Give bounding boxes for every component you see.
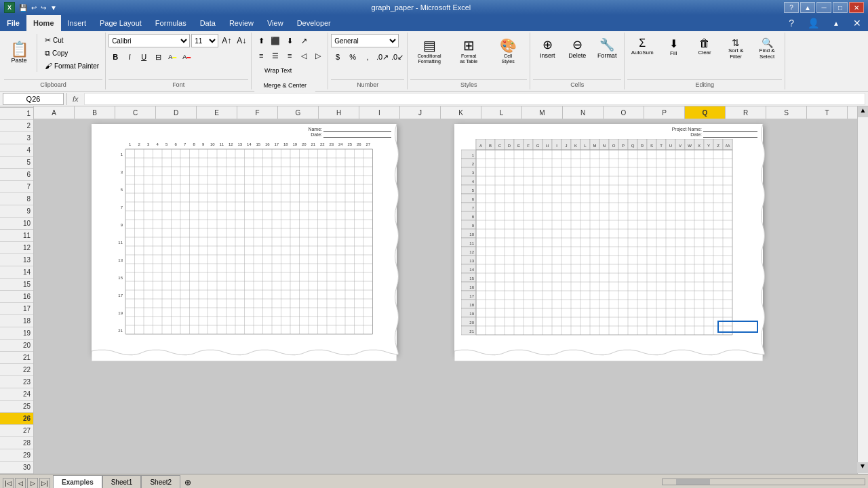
font-size-select[interactable]: 11 [191, 34, 218, 47]
row-header-12[interactable]: 12 [0, 242, 33, 254]
tab-home[interactable]: Home [26, 15, 61, 31]
tab-sheet2[interactable]: Sheet2 [141, 475, 180, 488]
tab-view[interactable]: View [260, 15, 290, 31]
help-btn[interactable]: ? [784, 2, 799, 13]
align-bottom-btn[interactable]: ⬇ [283, 34, 296, 47]
close-btn[interactable]: ✕ [849, 2, 864, 13]
row-header-4[interactable]: 4 [0, 144, 33, 157]
align-center-btn[interactable]: ☰ [269, 49, 282, 62]
tab-page-layout[interactable]: Page Layout [93, 15, 149, 31]
font-color-button[interactable]: A▬ [180, 50, 193, 64]
row-header-26[interactable]: 26 [0, 413, 33, 425]
col-header-T[interactable]: T [807, 106, 848, 119]
help-icon[interactable]: ? [782, 15, 801, 31]
col-header-U[interactable]: U [848, 106, 857, 119]
first-sheet-btn[interactable]: |◁ [3, 478, 14, 488]
last-sheet-btn[interactable]: ▷| [39, 478, 50, 488]
formula-input[interactable] [84, 93, 865, 105]
col-header-A[interactable]: A [34, 106, 75, 119]
italic-button[interactable]: I [123, 50, 136, 64]
next-sheet-btn[interactable]: ▷ [27, 478, 38, 488]
underline-button[interactable]: U [137, 50, 151, 64]
add-sheet-btn[interactable]: ⊕ [180, 476, 195, 488]
align-top-btn[interactable]: ⬆ [254, 34, 268, 47]
tab-sheet1[interactable]: Sheet1 [102, 475, 142, 488]
row-header-3[interactable]: 3 [0, 132, 33, 144]
tab-data[interactable]: Data [193, 15, 222, 31]
col-header-M[interactable]: M [522, 106, 563, 119]
paste-button[interactable]: 📋 Paste [4, 34, 34, 72]
save-quick-btn[interactable]: 💾 [18, 4, 28, 12]
col-header-C[interactable]: C [115, 106, 156, 119]
row-header-11[interactable]: 11 [0, 230, 33, 242]
comma-btn[interactable]: , [361, 50, 374, 64]
decrease-indent-btn[interactable]: ◁ [297, 49, 311, 62]
ribbon-minimize-icon[interactable]: ▲ [826, 15, 846, 31]
row-header-28[interactable]: 28 [0, 437, 33, 449]
increase-indent-btn[interactable]: ▷ [311, 49, 325, 62]
find-select-button[interactable]: 🔍 Find &Select [752, 34, 782, 72]
delete-button[interactable]: ⊖ Delete [563, 34, 591, 72]
align-right-btn[interactable]: ≡ [283, 49, 296, 62]
increase-decimal-btn[interactable]: .0↗ [376, 50, 389, 64]
row-header-24[interactable]: 24 [0, 388, 33, 401]
horizontal-scrollbar[interactable] [662, 479, 865, 485]
cut-button[interactable]: ✂ Cut [41, 34, 102, 46]
col-header-S[interactable]: S [766, 106, 807, 119]
autosum-button[interactable]: Σ AutoSum [627, 34, 657, 72]
row-header-30[interactable]: 30 [0, 462, 33, 474]
insert-button[interactable]: ⊕ Insert [533, 34, 561, 72]
row-header-10[interactable]: 10 [0, 218, 33, 230]
redo-quick-btn[interactable]: ↪ [39, 4, 47, 12]
merge-center-btn[interactable]: Merge & Center [254, 79, 315, 92]
conditional-formatting-button[interactable]: ▤ ConditionalFormatting [410, 34, 448, 72]
row-header-16[interactable]: 16 [0, 291, 33, 303]
col-header-G[interactable]: G [278, 106, 319, 119]
vertical-scrollbar[interactable]: ▲ ▼ [857, 106, 868, 474]
ribbon-close-icon[interactable]: ✕ [846, 15, 868, 31]
ribbon-toggle-btn[interactable]: ▲ [800, 2, 815, 13]
row-header-27[interactable]: 27 [0, 425, 33, 437]
row-header-25[interactable]: 25 [0, 401, 33, 413]
col-header-L[interactable]: L [481, 106, 522, 119]
col-header-D[interactable]: D [156, 106, 197, 119]
border-button[interactable]: ⊟ [151, 50, 165, 64]
row-header-22[interactable]: 22 [0, 364, 33, 376]
row-header-6[interactable]: 6 [0, 169, 33, 181]
col-header-K[interactable]: K [441, 106, 481, 119]
tab-review[interactable]: Review [222, 15, 260, 31]
clear-button[interactable]: 🗑 Clear [690, 34, 719, 72]
row-header-23[interactable]: 23 [0, 376, 33, 388]
fill-color-button[interactable]: A▬ [165, 50, 179, 64]
row-header-21[interactable]: 21 [0, 352, 33, 364]
undo-quick-btn[interactable]: ↩ [30, 4, 38, 12]
row-header-17[interactable]: 17 [0, 303, 33, 315]
row-header-13[interactable]: 13 [0, 254, 33, 266]
align-left-btn[interactable]: ≡ [254, 49, 268, 62]
currency-btn[interactable]: $ [331, 50, 344, 64]
tab-insert[interactable]: Insert [61, 15, 94, 31]
decrease-decimal-btn[interactable]: .0↙ [391, 50, 404, 64]
font-name-select[interactable]: Calibri [108, 34, 190, 47]
row-header-1[interactable]: 1 [0, 108, 33, 120]
col-header-P[interactable]: P [644, 106, 685, 119]
row-header-8[interactable]: 8 [0, 193, 33, 205]
orientation-btn[interactable]: ↗ [297, 34, 311, 47]
number-format-select[interactable]: General [331, 34, 399, 47]
col-header-H[interactable]: H [319, 106, 359, 119]
row-header-29[interactable]: 29 [0, 449, 33, 462]
row-header-19[interactable]: 19 [0, 327, 33, 340]
col-header-Q[interactable]: Q [685, 106, 726, 119]
prev-sheet-btn[interactable]: ◁ [15, 478, 26, 488]
col-header-E[interactable]: E [197, 106, 237, 119]
minimize-btn[interactable]: ─ [816, 2, 831, 13]
row-header-5[interactable]: 5 [0, 157, 33, 169]
row-header-7[interactable]: 7 [0, 181, 33, 193]
col-header-N[interactable]: N [563, 106, 604, 119]
copy-button[interactable]: ⧉ Copy [41, 47, 102, 59]
col-header-R[interactable]: R [726, 106, 766, 119]
row-header-18[interactable]: 18 [0, 315, 33, 327]
wrap-text-btn[interactable]: Wrap Text [254, 64, 302, 77]
tab-developer[interactable]: Developer [290, 15, 338, 31]
col-header-J[interactable]: J [400, 106, 441, 119]
